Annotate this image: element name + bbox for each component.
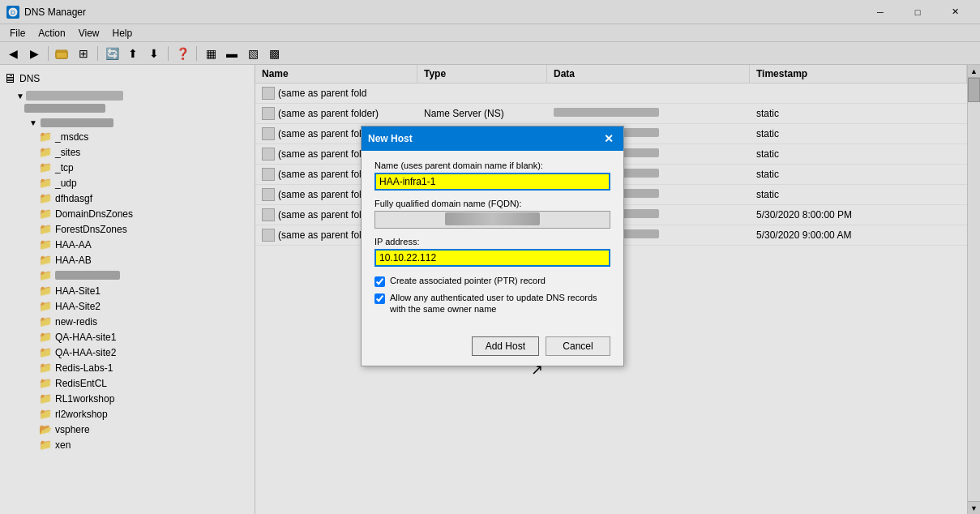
cancel-button[interactable]: Cancel — [546, 336, 610, 356]
ip-label: IP address: — [374, 237, 610, 246]
modal-overlay: New Host ✕ Name (uses parent domain name… — [0, 0, 980, 514]
add-host-button[interactable]: Add Host — [472, 336, 539, 356]
auth-checkbox-row: Allow any authenticated user to update D… — [374, 292, 610, 315]
auth-checkbox-label: Allow any authenticated user to update D… — [390, 292, 610, 315]
ptr-checkbox-label: Create associated pointer (PTR) record — [390, 275, 546, 286]
dialog-body: Name (uses parent domain name if blank):… — [362, 151, 623, 330]
dialog-footer: Add Host Cancel — [362, 330, 623, 366]
new-host-dialog: New Host ✕ Name (uses parent domain name… — [361, 126, 624, 366]
dialog-title-bar: New Host ✕ — [362, 126, 623, 151]
fqdn-label: Fully qualified domain name (FQDN): — [374, 199, 610, 208]
ptr-checkbox[interactable] — [374, 276, 385, 287]
dialog-title: New Host — [368, 133, 413, 144]
fqdn-blurred-overlay — [445, 212, 539, 225]
dialog-close-button[interactable]: ✕ — [601, 131, 617, 147]
name-label: Name (uses parent domain name if blank): — [374, 161, 610, 170]
ip-input[interactable] — [374, 249, 610, 267]
ptr-checkbox-row: Create associated pointer (PTR) record — [374, 275, 610, 287]
auth-checkbox[interactable] — [374, 293, 385, 304]
name-input[interactable] — [374, 173, 610, 191]
